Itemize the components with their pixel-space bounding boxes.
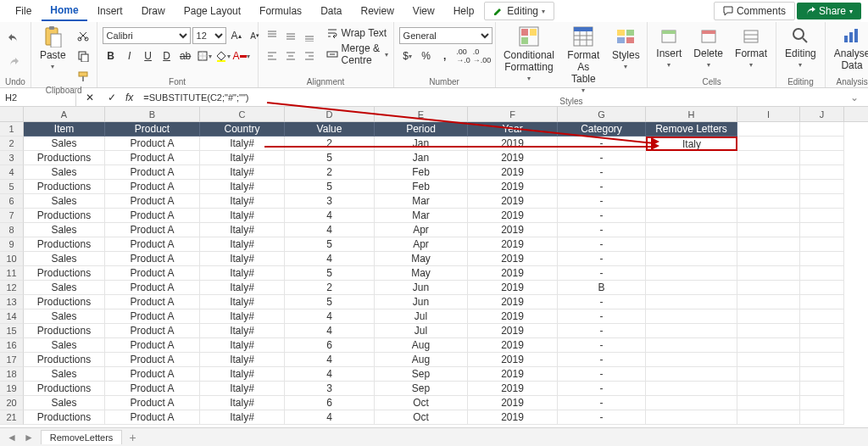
cell[interactable] <box>646 165 737 180</box>
cell[interactable]: Apr <box>375 223 468 237</box>
cell[interactable]: May <box>375 252 468 266</box>
cell[interactable]: 2019 <box>468 194 558 209</box>
cell[interactable]: Productions <box>24 353 105 367</box>
name-box[interactable]: H2 <box>0 88 76 106</box>
row-header[interactable]: 15 <box>0 324 24 338</box>
cell[interactable]: B <box>558 281 646 295</box>
cell[interactable]: Product A <box>105 165 200 180</box>
cell[interactable]: - <box>558 266 646 281</box>
cell[interactable] <box>737 194 800 209</box>
cell[interactable]: Sales <box>24 309 105 324</box>
cell[interactable]: Italy# <box>200 338 285 353</box>
row-header[interactable]: 8 <box>0 223 24 237</box>
cell[interactable]: Sep <box>375 382 468 396</box>
cell[interactable]: Italy# <box>200 410 285 425</box>
cell[interactable] <box>646 396 737 410</box>
cell[interactable] <box>800 180 844 194</box>
column-header[interactable]: B <box>105 107 200 121</box>
tab-data[interactable]: Data <box>312 2 350 20</box>
fill-color-button[interactable]: ▾ <box>214 47 231 64</box>
cell[interactable]: 4 <box>285 324 375 338</box>
cell[interactable]: Product A <box>105 209 200 223</box>
prev-sheet-button[interactable]: ◄ <box>7 432 17 443</box>
cell[interactable]: Jan <box>375 137 468 151</box>
cell[interactable] <box>737 223 800 237</box>
add-sheet-button[interactable]: + <box>129 431 136 444</box>
row-header[interactable]: 9 <box>0 237 24 252</box>
insert-cells-button[interactable]: Insert▾ <box>653 24 685 70</box>
row-header[interactable]: 7 <box>0 209 24 223</box>
sheet-tab[interactable]: RemoveLetters <box>41 430 123 444</box>
cell[interactable]: Product A <box>105 367 200 382</box>
cell[interactable] <box>646 382 737 396</box>
row-header[interactable]: 17 <box>0 353 24 367</box>
cell[interactable]: Sales <box>24 223 105 237</box>
row-header[interactable]: 13 <box>0 295 24 309</box>
decrease-decimal-button[interactable]: .0→.00 <box>474 47 491 64</box>
cell[interactable]: Feb <box>375 165 468 180</box>
cell[interactable]: Product A <box>105 295 200 309</box>
currency-button[interactable]: $▾ <box>399 47 416 64</box>
cell[interactable]: 5 <box>285 295 375 309</box>
cell[interactable]: Product A <box>105 237 200 252</box>
cell[interactable]: Product A <box>105 194 200 209</box>
cell[interactable]: 5 <box>285 237 375 252</box>
header-cell[interactable] <box>800 122 844 137</box>
cell[interactable]: Italy# <box>200 151 285 165</box>
cell[interactable]: Italy# <box>200 309 285 324</box>
cell[interactable]: 2019 <box>468 367 558 382</box>
column-header[interactable]: H <box>646 107 737 121</box>
cell[interactable]: Sales <box>24 338 105 353</box>
tab-home[interactable]: Home <box>42 1 86 21</box>
cell[interactable]: Productions <box>24 180 105 194</box>
cell[interactable]: Product A <box>105 338 200 353</box>
cell[interactable]: Productions <box>24 295 105 309</box>
cell[interactable]: 2019 <box>468 382 558 396</box>
format-painter-button[interactable] <box>75 68 92 85</box>
cell[interactable]: Oct <box>375 410 468 425</box>
format-as-table-button[interactable]: Format As Table▾ <box>562 24 604 96</box>
cell[interactable] <box>800 295 844 309</box>
cell[interactable]: Italy# <box>200 353 285 367</box>
cell[interactable]: - <box>558 338 646 353</box>
underline-button[interactable]: U <box>140 47 157 64</box>
cell[interactable] <box>737 266 800 281</box>
cell[interactable] <box>737 209 800 223</box>
cell[interactable]: 4 <box>285 252 375 266</box>
row-header[interactable]: 2 <box>0 137 24 151</box>
cell[interactable]: Aug <box>375 338 468 353</box>
cell[interactable]: Product A <box>105 180 200 194</box>
conditional-formatting-button[interactable]: Conditional Formatting▾ <box>501 24 558 84</box>
cell[interactable]: 4 <box>285 353 375 367</box>
tab-draw[interactable]: Draw <box>133 2 174 20</box>
cell[interactable] <box>646 281 737 295</box>
cell[interactable]: Italy# <box>200 194 285 209</box>
cell[interactable] <box>646 209 737 223</box>
format-cells-button[interactable]: Format▾ <box>732 24 771 70</box>
cell[interactable]: - <box>558 396 646 410</box>
cell[interactable]: 2019 <box>468 237 558 252</box>
cell[interactable] <box>800 165 844 180</box>
cell[interactable]: 2019 <box>468 266 558 281</box>
cell[interactable]: 2019 <box>468 309 558 324</box>
align-middle-button[interactable] <box>282 27 299 44</box>
cell[interactable]: Oct <box>375 396 468 410</box>
row-header[interactable]: 4 <box>0 165 24 180</box>
redo-button[interactable] <box>5 53 22 70</box>
formula-input[interactable]: =SUBSTITUTE(C2;"#";"") <box>138 88 846 106</box>
cell[interactable] <box>737 309 800 324</box>
cell[interactable]: Italy# <box>200 165 285 180</box>
percent-button[interactable]: % <box>418 47 435 64</box>
font-color-button[interactable]: A▾ <box>233 47 250 64</box>
column-header[interactable]: G <box>558 107 646 121</box>
align-top-button[interactable] <box>264 27 281 44</box>
row-header[interactable]: 10 <box>0 252 24 266</box>
cancel-formula-button[interactable]: ✕ <box>81 89 98 106</box>
cell[interactable] <box>646 367 737 382</box>
next-sheet-button[interactable]: ► <box>24 432 34 443</box>
cell[interactable] <box>800 281 844 295</box>
cell[interactable]: 4 <box>285 309 375 324</box>
fx-icon[interactable]: fx <box>125 92 133 103</box>
cell[interactable]: Product A <box>105 382 200 396</box>
cell[interactable]: Sales <box>24 252 105 266</box>
